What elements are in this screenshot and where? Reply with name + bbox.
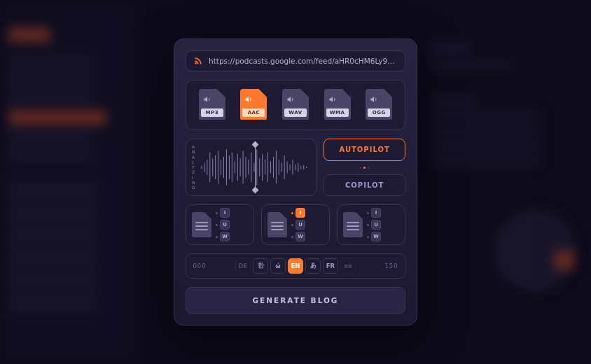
tag-indicator-dot	[216, 236, 218, 238]
template-option-1[interactable]: I U W	[186, 204, 254, 245]
language-chip-fr[interactable]: FR	[323, 258, 338, 274]
podcast-url-input[interactable]: https://podcasts.google.com/feed/aHR0cHM…	[186, 50, 405, 71]
language-chip-en[interactable]: EN	[288, 258, 303, 274]
podcast-url-value: https://podcasts.google.com/feed/aHR0cHM…	[209, 57, 398, 65]
format-option-wav[interactable]: WAV	[277, 88, 314, 122]
tag-indicator-dot	[367, 212, 369, 214]
tag-i[interactable]: I	[296, 208, 305, 218]
analyzing-label: ANALYZING	[192, 145, 196, 190]
podcast-feed-icon	[193, 56, 203, 66]
tag-i[interactable]: I	[371, 208, 381, 218]
svg-point-0	[195, 62, 197, 64]
tag-indicator-dot	[291, 212, 293, 214]
pilot-indicator-dots	[324, 167, 405, 169]
autopilot-button[interactable]: AUTOPILOT	[324, 139, 405, 161]
waveform-playhead[interactable]	[255, 145, 256, 190]
format-option-ogg[interactable]: OGG	[360, 88, 398, 122]
format-label: AAC	[242, 108, 265, 117]
language-max: 150	[384, 262, 399, 270]
audio-file-icon	[203, 93, 211, 102]
audio-file-icon	[370, 93, 378, 102]
template-option-3[interactable]: I U W	[337, 204, 405, 245]
generate-blog-modal: https://podcasts.google.com/feed/aHR0cHM…	[174, 38, 417, 326]
tag-indicator-dot	[367, 224, 369, 226]
template-option-2[interactable]: I U W	[261, 204, 330, 245]
format-label: OGG	[368, 108, 390, 117]
generate-blog-button[interactable]: GENERATE BLOG	[186, 287, 405, 314]
tag-i[interactable]: I	[220, 208, 230, 218]
format-option-mp3[interactable]: MP3	[193, 88, 231, 122]
document-icon	[343, 212, 363, 237]
audio-file-icon	[328, 93, 337, 102]
autopilot-label: AUTOPILOT	[340, 146, 390, 153]
language-chip-de[interactable]: DE	[235, 258, 251, 274]
document-icon	[192, 212, 211, 237]
format-label: WMA	[326, 108, 349, 117]
audio-format-selector: MP3 AAC WAV WMA OGG	[186, 80, 405, 130]
copilot-button[interactable]: COPILOT	[324, 174, 405, 197]
format-option-wma[interactable]: WMA	[319, 88, 356, 122]
audio-file-icon	[244, 93, 253, 102]
tag-w[interactable]: W	[220, 232, 230, 241]
language-slider[interactable]: 000 DE한ώENあFRяй 150	[186, 253, 405, 279]
waveform-card: ANALYZING	[186, 139, 317, 196]
language-chip-ώ[interactable]: ώ	[270, 258, 286, 274]
tag-u[interactable]: U	[371, 220, 381, 230]
tag-indicator-dot	[291, 236, 293, 238]
tag-indicator-dot	[216, 224, 218, 226]
copilot-label: COPILOT	[345, 181, 384, 189]
language-chip-あ[interactable]: あ	[305, 258, 321, 274]
tag-w[interactable]: W	[371, 232, 381, 241]
language-chip-한[interactable]: 한	[253, 258, 268, 274]
language-min: 000	[192, 262, 207, 270]
template-selector: I U W I U W I U W	[186, 204, 405, 245]
tag-u[interactable]: U	[296, 220, 305, 230]
tag-u[interactable]: U	[220, 220, 230, 230]
format-label: WAV	[284, 108, 307, 117]
waveform[interactable]	[200, 145, 311, 190]
language-chip-яй[interactable]: яй	[340, 258, 356, 274]
audio-file-icon	[286, 93, 295, 102]
format-option-aac[interactable]: AAC	[235, 88, 273, 122]
document-icon	[267, 212, 287, 237]
format-label: MP3	[201, 108, 223, 117]
tag-indicator-dot	[216, 212, 218, 214]
tag-indicator-dot	[367, 236, 369, 238]
generate-blog-label: GENERATE BLOG	[252, 296, 338, 304]
tag-indicator-dot	[291, 224, 293, 226]
tag-w[interactable]: W	[296, 232, 305, 241]
